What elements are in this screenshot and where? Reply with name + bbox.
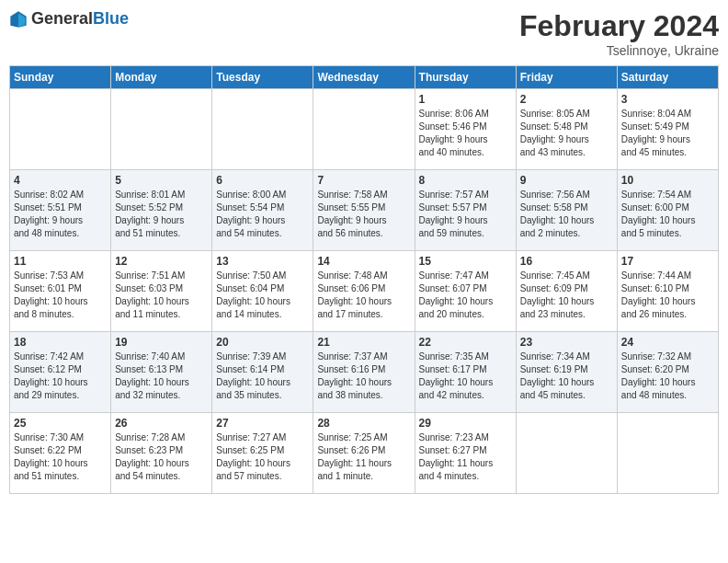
table-row: 23Sunrise: 7:34 AM Sunset: 6:19 PM Dayli… <box>516 332 617 413</box>
table-row: 21Sunrise: 7:37 AM Sunset: 6:16 PM Dayli… <box>313 332 415 413</box>
col-friday: Friday <box>516 66 617 89</box>
table-row: 20Sunrise: 7:39 AM Sunset: 6:14 PM Dayli… <box>212 332 313 413</box>
day-number: 20 <box>216 336 309 349</box>
day-info: Sunrise: 7:58 AM Sunset: 5:55 PM Dayligh… <box>317 189 410 240</box>
day-info: Sunrise: 7:35 AM Sunset: 6:17 PM Dayligh… <box>419 350 512 402</box>
day-number: 22 <box>419 336 512 349</box>
day-info: Sunrise: 7:25 AM Sunset: 6:26 PM Dayligh… <box>317 431 410 483</box>
table-row <box>617 413 718 494</box>
day-info: Sunrise: 8:00 AM Sunset: 5:54 PM Dayligh… <box>216 189 309 240</box>
week-row-2: 4Sunrise: 8:02 AM Sunset: 5:51 PM Daylig… <box>10 170 719 251</box>
table-row: 11Sunrise: 7:53 AM Sunset: 6:01 PM Dayli… <box>10 251 111 332</box>
table-row: 4Sunrise: 8:02 AM Sunset: 5:51 PM Daylig… <box>10 170 111 251</box>
table-row: 2Sunrise: 8:05 AM Sunset: 5:48 PM Daylig… <box>516 89 617 170</box>
col-thursday: Thursday <box>415 66 516 89</box>
day-number: 19 <box>115 336 208 349</box>
logo-blue: Blue <box>93 9 129 28</box>
day-number: 1 <box>419 93 512 106</box>
day-number: 10 <box>621 174 714 187</box>
week-row-4: 18Sunrise: 7:42 AM Sunset: 6:12 PM Dayli… <box>10 332 719 413</box>
day-number: 21 <box>317 336 410 349</box>
logo: GeneralBlue <box>9 9 129 29</box>
day-info: Sunrise: 7:53 AM Sunset: 6:01 PM Dayligh… <box>14 270 107 321</box>
col-tuesday: Tuesday <box>212 66 313 89</box>
day-number: 5 <box>115 174 208 187</box>
day-info: Sunrise: 7:56 AM Sunset: 5:58 PM Dayligh… <box>520 189 613 240</box>
month-title: February 2024 <box>519 9 719 43</box>
calendar-body: 1Sunrise: 8:06 AM Sunset: 5:46 PM Daylig… <box>10 89 719 494</box>
day-info: Sunrise: 7:45 AM Sunset: 6:09 PM Dayligh… <box>520 270 613 321</box>
table-row <box>111 89 212 170</box>
col-sunday: Sunday <box>10 66 111 89</box>
location-subtitle: Tselinnoye, Ukraine <box>519 43 719 58</box>
day-info: Sunrise: 7:34 AM Sunset: 6:19 PM Dayligh… <box>520 350 613 402</box>
day-info: Sunrise: 7:47 AM Sunset: 6:07 PM Dayligh… <box>419 270 512 321</box>
table-row: 22Sunrise: 7:35 AM Sunset: 6:17 PM Dayli… <box>415 332 516 413</box>
week-row-5: 25Sunrise: 7:30 AM Sunset: 6:22 PM Dayli… <box>10 413 719 494</box>
day-number: 2 <box>520 93 613 106</box>
table-row: 27Sunrise: 7:27 AM Sunset: 6:25 PM Dayli… <box>212 413 313 494</box>
day-number: 18 <box>14 336 107 349</box>
title-area: February 2024 Tselinnoye, Ukraine <box>519 9 719 58</box>
week-row-3: 11Sunrise: 7:53 AM Sunset: 6:01 PM Dayli… <box>10 251 719 332</box>
day-number: 26 <box>115 417 208 430</box>
table-row: 26Sunrise: 7:28 AM Sunset: 6:23 PM Dayli… <box>111 413 212 494</box>
day-number: 3 <box>621 93 714 106</box>
header: GeneralBlue February 2024 Tselinnoye, Uk… <box>9 9 719 58</box>
table-row: 15Sunrise: 7:47 AM Sunset: 6:07 PM Dayli… <box>415 251 516 332</box>
day-info: Sunrise: 8:02 AM Sunset: 5:51 PM Dayligh… <box>14 189 107 240</box>
day-number: 29 <box>419 417 512 430</box>
table-row: 24Sunrise: 7:32 AM Sunset: 6:20 PM Dayli… <box>617 332 718 413</box>
day-number: 27 <box>216 417 309 430</box>
table-row <box>313 89 415 170</box>
day-number: 14 <box>317 255 410 268</box>
day-number: 7 <box>317 174 410 187</box>
day-info: Sunrise: 7:40 AM Sunset: 6:13 PM Dayligh… <box>115 350 208 402</box>
table-row: 3Sunrise: 8:04 AM Sunset: 5:49 PM Daylig… <box>617 89 718 170</box>
table-row: 12Sunrise: 7:51 AM Sunset: 6:03 PM Dayli… <box>111 251 212 332</box>
day-info: Sunrise: 7:27 AM Sunset: 6:25 PM Dayligh… <box>216 431 309 483</box>
table-row <box>516 413 617 494</box>
table-row <box>10 89 111 170</box>
day-number: 15 <box>419 255 512 268</box>
day-number: 12 <box>115 255 208 268</box>
day-number: 11 <box>14 255 107 268</box>
table-row: 28Sunrise: 7:25 AM Sunset: 6:26 PM Dayli… <box>313 413 415 494</box>
day-info: Sunrise: 7:42 AM Sunset: 6:12 PM Dayligh… <box>14 350 107 402</box>
day-info: Sunrise: 8:05 AM Sunset: 5:48 PM Dayligh… <box>520 108 613 159</box>
week-row-1: 1Sunrise: 8:06 AM Sunset: 5:46 PM Daylig… <box>10 89 719 170</box>
calendar-table: Sunday Monday Tuesday Wednesday Thursday… <box>9 65 719 494</box>
table-row: 19Sunrise: 7:40 AM Sunset: 6:13 PM Dayli… <box>111 332 212 413</box>
day-info: Sunrise: 7:51 AM Sunset: 6:03 PM Dayligh… <box>115 270 208 321</box>
table-row: 1Sunrise: 8:06 AM Sunset: 5:46 PM Daylig… <box>415 89 516 170</box>
day-info: Sunrise: 7:23 AM Sunset: 6:27 PM Dayligh… <box>419 431 512 483</box>
day-number: 9 <box>520 174 613 187</box>
day-info: Sunrise: 8:06 AM Sunset: 5:46 PM Dayligh… <box>419 108 512 159</box>
logo-icon <box>9 10 28 29</box>
day-number: 6 <box>216 174 309 187</box>
logo-general: General <box>31 9 93 28</box>
table-row: 6Sunrise: 8:00 AM Sunset: 5:54 PM Daylig… <box>212 170 313 251</box>
table-row: 17Sunrise: 7:44 AM Sunset: 6:10 PM Dayli… <box>617 251 718 332</box>
header-row: Sunday Monday Tuesday Wednesday Thursday… <box>10 66 719 89</box>
day-number: 16 <box>520 255 613 268</box>
table-row: 16Sunrise: 7:45 AM Sunset: 6:09 PM Dayli… <box>516 251 617 332</box>
table-row <box>212 89 313 170</box>
day-number: 13 <box>216 255 309 268</box>
table-row: 14Sunrise: 7:48 AM Sunset: 6:06 PM Dayli… <box>313 251 415 332</box>
day-number: 23 <box>520 336 613 349</box>
day-info: Sunrise: 7:57 AM Sunset: 5:57 PM Dayligh… <box>419 189 512 240</box>
calendar-header: Sunday Monday Tuesday Wednesday Thursday… <box>10 66 719 89</box>
day-info: Sunrise: 7:32 AM Sunset: 6:20 PM Dayligh… <box>621 350 714 402</box>
col-monday: Monday <box>111 66 212 89</box>
table-row: 5Sunrise: 8:01 AM Sunset: 5:52 PM Daylig… <box>111 170 212 251</box>
table-row: 29Sunrise: 7:23 AM Sunset: 6:27 PM Dayli… <box>415 413 516 494</box>
table-row: 8Sunrise: 7:57 AM Sunset: 5:57 PM Daylig… <box>415 170 516 251</box>
day-info: Sunrise: 8:01 AM Sunset: 5:52 PM Dayligh… <box>115 189 208 240</box>
day-number: 28 <box>317 417 410 430</box>
day-number: 24 <box>621 336 714 349</box>
table-row: 10Sunrise: 7:54 AM Sunset: 6:00 PM Dayli… <box>617 170 718 251</box>
day-info: Sunrise: 7:37 AM Sunset: 6:16 PM Dayligh… <box>317 350 410 402</box>
day-info: Sunrise: 7:39 AM Sunset: 6:14 PM Dayligh… <box>216 350 309 402</box>
table-row: 13Sunrise: 7:50 AM Sunset: 6:04 PM Dayli… <box>212 251 313 332</box>
